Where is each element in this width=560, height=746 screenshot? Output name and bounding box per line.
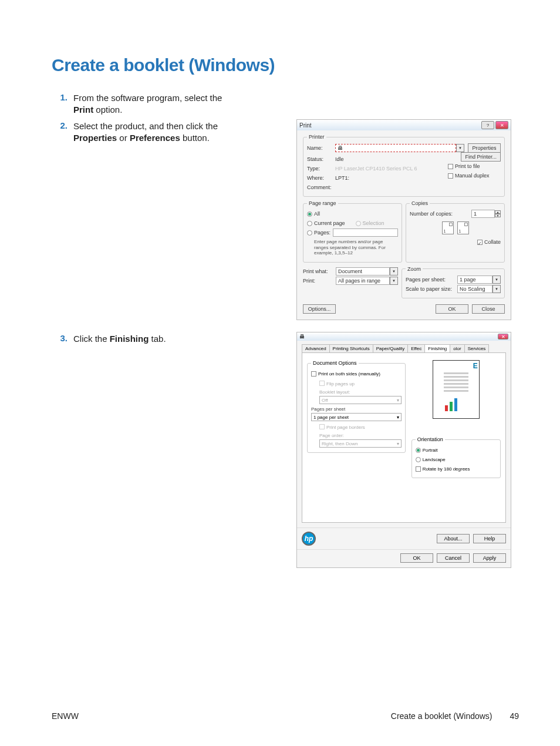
apply-button[interactable]: Apply <box>473 553 506 563</box>
tab-effects[interactable]: Effec <box>407 344 425 352</box>
help-window-button[interactable]: ? <box>481 121 494 129</box>
printer-group: Printer Name: 🖶 ▼ Properties Status:Idle… <box>303 134 505 197</box>
tab-services[interactable]: Services <box>464 344 490 352</box>
txt: Select the product, and then click the <box>73 121 218 131</box>
portrait-label: Portrait <box>423 448 438 453</box>
type-value: HP LaserJet CP1410 Series PCL 6 <box>335 166 417 172</box>
footer-left: ENWW <box>52 711 79 721</box>
selection-radio[interactable] <box>356 221 361 226</box>
print-to-file-checkbox[interactable] <box>448 164 453 169</box>
tab-color[interactable]: olor <box>450 344 464 352</box>
tab-printing-shortcuts[interactable]: Printing Shortcuts <box>329 344 373 352</box>
bold: Finishing <box>110 334 149 344</box>
page-number: 49 <box>510 711 519 721</box>
flip-pages-up-label: Flip pages up <box>326 381 355 387</box>
close-button[interactable]: Close <box>472 304 505 314</box>
name-label: Name: <box>307 145 335 151</box>
print-page-borders-label: Print page borders <box>326 425 365 430</box>
num-copies-input[interactable]: 1 <box>471 210 495 218</box>
print-range-dropdown[interactable]: All pages in range <box>336 277 390 285</box>
where-label: Where: <box>307 175 335 181</box>
collate-checkbox[interactable] <box>477 240 483 245</box>
orientation-group: Orientation Portrait Landscape Rotate by… <box>411 436 501 478</box>
chevron-down-icon[interactable]: ▼ <box>390 267 398 275</box>
step-number: 2. <box>57 120 73 145</box>
txt: option. <box>93 105 122 115</box>
scale-dropdown[interactable]: No Scaling <box>457 285 492 293</box>
find-printer-button[interactable]: Find Printer... <box>461 152 501 162</box>
pages-label: Pages: <box>314 230 330 236</box>
current-page-radio[interactable] <box>307 221 312 226</box>
ok-button[interactable]: OK <box>400 553 433 563</box>
num-copies-label: Number of copies: <box>410 211 453 217</box>
manual-duplex-label: Manual duplex <box>455 173 490 179</box>
properties-button[interactable]: Properties <box>468 143 501 153</box>
page-order-dropdown[interactable]: Right, then Down▾ <box>319 439 402 448</box>
chevron-down-icon: ▾ <box>397 398 399 403</box>
print-both-sides-checkbox[interactable] <box>311 371 316 377</box>
pages-per-sheet-dropdown[interactable]: 1 page <box>457 275 492 284</box>
print-page-borders-checkbox[interactable] <box>319 424 325 429</box>
step-text: Select the product, and then click the P… <box>73 120 244 145</box>
options-button[interactable]: Options... <box>303 304 336 314</box>
chevron-down-icon[interactable]: ▼ <box>492 275 501 284</box>
help-button[interactable]: Help <box>473 534 506 543</box>
landscape-label: Landscape <box>423 457 446 462</box>
tab-advanced[interactable]: Advanced <box>302 344 330 352</box>
print-what-dropdown[interactable]: Document <box>336 267 390 275</box>
copies-spinner[interactable]: ▲▼ <box>495 210 501 217</box>
about-button[interactable]: About... <box>437 534 470 543</box>
pages-radio[interactable] <box>307 230 312 236</box>
cancel-button[interactable]: Cancel <box>437 553 470 563</box>
scale-label: Scale to paper size: <box>406 286 457 292</box>
tab-finishing[interactable]: Finishing <box>424 344 450 352</box>
zoom-group: Zoom Pages per sheet: 1 page ▼ Scale to … <box>402 266 505 298</box>
status-label: Status: <box>307 156 335 162</box>
preview-letter: E <box>473 362 478 370</box>
legend: Page range <box>307 200 338 206</box>
tab-paper-quality[interactable]: Paper/Quality <box>373 344 408 352</box>
manual-duplex-checkbox[interactable] <box>448 173 453 179</box>
all-radio[interactable] <box>307 211 312 217</box>
print-range-label: Print: <box>303 278 336 284</box>
page-range-group: Page range All Current page Selection Pa… <box>303 200 402 263</box>
txt: tab. <box>149 334 166 344</box>
printer-name-dropdown[interactable]: 🖶 <box>335 144 456 152</box>
legend: Orientation <box>416 436 445 442</box>
chevron-down-icon[interactable]: ▼ <box>456 144 464 152</box>
pages-input[interactable] <box>333 228 398 237</box>
val: 1 page per sheet <box>313 415 349 420</box>
booklet-layout-dropdown[interactable]: Off▾ <box>319 396 402 404</box>
footer-section-title: Create a booklet (Windows) <box>391 711 492 721</box>
dialog-title: Print <box>299 122 312 129</box>
chevron-down-icon[interactable]: ▼ <box>390 277 398 285</box>
val: Off <box>322 398 328 403</box>
flip-pages-up-checkbox[interactable] <box>319 381 325 386</box>
step-number: 1. <box>57 92 73 116</box>
print-both-sides-label: Print on both sides (manually) <box>318 371 380 377</box>
txt: or <box>117 133 130 143</box>
landscape-radio[interactable] <box>416 457 421 462</box>
pages-per-sheet-dropdown[interactable]: 1 page per sheet▾ <box>311 413 402 421</box>
step-text: From the software program, select the Pr… <box>73 92 244 116</box>
pages-note: Enter page numbers and/or page ranges se… <box>307 238 398 258</box>
val: Right, then Down <box>322 441 357 446</box>
ok-button[interactable]: OK <box>436 304 468 314</box>
txt: From the software program, select the <box>73 93 222 103</box>
close-window-button[interactable]: ✕ <box>498 334 508 340</box>
printer-icon: 🖶 <box>299 334 305 340</box>
bold: Print <box>73 105 93 115</box>
rotate-180-checkbox[interactable] <box>416 466 421 472</box>
close-window-button[interactable]: ✕ <box>495 121 508 129</box>
bold: Preferences <box>130 133 180 143</box>
hp-logo-icon: hp <box>302 532 316 546</box>
rotate-180-label: Rotate by 180 degrees <box>423 466 470 472</box>
printer-icon: 🖶 <box>338 145 343 151</box>
chevron-down-icon[interactable]: ▼ <box>492 285 501 293</box>
portrait-radio[interactable] <box>416 448 421 453</box>
type-label: Type: <box>307 166 335 172</box>
comment-label: Comment: <box>307 184 335 190</box>
txt: button. <box>180 133 210 143</box>
bold: Properties <box>73 133 117 143</box>
step-2: 2. Select the product, and then click th… <box>57 120 244 145</box>
